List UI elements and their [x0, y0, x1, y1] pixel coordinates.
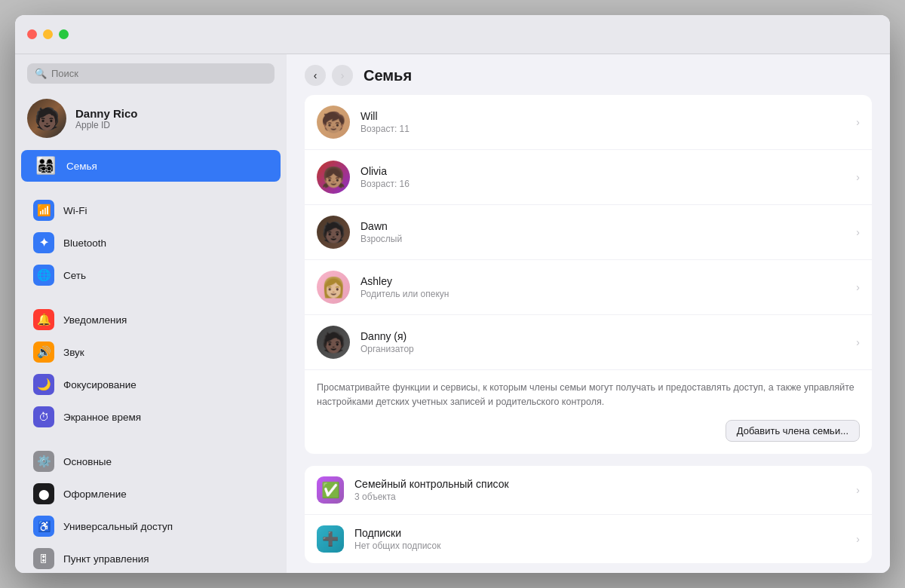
controlcenter-icon-wrap: 🎛: [33, 548, 54, 569]
add-family-member-button[interactable]: Добавить члена семьи...: [726, 420, 860, 442]
appearance-icon-wrap: ⬤: [33, 483, 54, 504]
member-danny[interactable]: 🧑🏿 Danny (я) Организатор ›: [305, 315, 872, 370]
appearance-icon: ⬤: [38, 488, 50, 500]
main-header: ‹ › Семья: [287, 54, 890, 95]
back-button[interactable]: ‹: [305, 65, 326, 86]
sidebar-item-label: Сеть: [63, 270, 86, 281]
chevron-icon: ›: [856, 533, 860, 545]
member-avatar-ashley: 👩🏼: [317, 271, 350, 304]
sidebar-item-general[interactable]: ⚙️ Основные: [21, 446, 281, 477]
network-icon-wrap: 🌐: [33, 265, 54, 286]
search-icon: 🔍: [35, 68, 47, 79]
member-avatar-will: 🧒🏽: [317, 106, 350, 139]
family-description: Просматривайте функции и сервисы, к кото…: [305, 370, 872, 420]
subscriptions-icon-wrap: ➕: [317, 525, 344, 553]
sidebar-item-label: Звук: [63, 347, 84, 358]
close-button[interactable]: [27, 29, 37, 39]
service-subscriptions[interactable]: ➕ Подписки Нет общих подписок ›: [305, 515, 872, 563]
search-bar[interactable]: 🔍: [27, 63, 275, 84]
bluetooth-icon: ✦: [39, 236, 49, 250]
member-avatar-danny: 🧑🏿: [317, 326, 350, 359]
member-info-dawn: Dawn Взрослый: [360, 220, 845, 244]
service-info-checklist: Семейный контрольный список 3 объекта: [354, 478, 845, 502]
chevron-icon: ›: [856, 484, 860, 496]
network-icon: 🌐: [37, 268, 51, 282]
service-info-subscriptions: Подписки Нет общих подписок: [354, 527, 845, 551]
minimize-button[interactable]: [43, 29, 53, 39]
chevron-icon: ›: [856, 226, 860, 238]
family-members-card: 🧒🏽 Will Возраст: 11 › 👧🏽: [305, 95, 872, 454]
member-dawn[interactable]: 🧑🏿 Dawn Взрослый ›: [305, 205, 872, 260]
user-subtitle: Apple ID: [75, 120, 138, 130]
wifi-icon-wrap: 📶: [33, 200, 54, 221]
notifications-icon-wrap: 🔔: [33, 309, 54, 330]
sidebar-item-label: Оформление: [63, 488, 127, 500]
checklist-icon: ✅: [321, 481, 340, 499]
member-role: Организатор: [360, 344, 845, 354]
member-role: Возраст: 16: [360, 179, 845, 189]
member-name: Will: [360, 110, 845, 122]
service-name: Подписки: [354, 527, 845, 539]
screentime-icon-wrap: ⏱: [33, 406, 54, 427]
sidebar-item-notifications[interactable]: 🔔 Уведомления: [21, 304, 281, 335]
bluetooth-icon-wrap: ✦: [33, 232, 54, 253]
controlcenter-icon: 🎛: [38, 553, 49, 565]
accessibility-icon-wrap: ♿: [33, 516, 54, 537]
sidebar-item-label: Фокусирование: [63, 379, 137, 390]
member-olivia[interactable]: 👧🏽 Olivia Возраст: 16 ›: [305, 150, 872, 205]
sidebar-item-family[interactable]: 👨‍👩‍👧‍👦 Семья: [21, 150, 281, 182]
service-checklist[interactable]: ✅ Семейный контрольный список 3 объекта …: [305, 466, 872, 515]
main-window: 🔍 🧑🏿 Danny Rico Apple ID 👨‍👩‍👧‍👦 Семья: [15, 15, 890, 573]
sidebar-item-label: Универсальный доступ: [63, 521, 173, 532]
service-sub: 3 объекта: [354, 492, 845, 502]
maximize-button[interactable]: [59, 29, 69, 39]
member-ashley[interactable]: 👩🏼 Ashley Родитель или опекун ›: [305, 260, 872, 315]
sidebar-item-label: Bluetooth: [63, 237, 106, 249]
sidebar-item-screentime[interactable]: ⏱ Экранное время: [21, 401, 281, 433]
sound-icon: 🔊: [37, 345, 51, 359]
service-sub: Нет общих подписок: [354, 541, 845, 551]
accessibility-icon: ♿: [38, 520, 51, 532]
sidebar-item-appearance[interactable]: ⬤ Оформление: [21, 478, 281, 510]
search-input[interactable]: [51, 68, 267, 79]
sidebar-item-label: Уведомления: [63, 314, 127, 326]
member-info-olivia: Olivia Возраст: 16: [360, 165, 845, 189]
general-icon-wrap: ⚙️: [33, 451, 54, 472]
member-role: Взрослый: [360, 234, 845, 244]
member-avatar-olivia: 👧🏽: [317, 161, 350, 194]
page-title: Семья: [364, 67, 412, 84]
member-name: Dawn: [360, 220, 845, 232]
checklist-icon-wrap: ✅: [317, 476, 344, 504]
main-content: 🧒🏽 Will Возраст: 11 › 👧🏽: [287, 95, 890, 573]
sidebar-item-bluetooth[interactable]: ✦ Bluetooth: [21, 227, 281, 259]
user-name: Danny Rico: [75, 107, 138, 120]
user-profile[interactable]: 🧑🏿 Danny Rico Apple ID: [15, 91, 287, 150]
sidebar-item-network[interactable]: 🌐 Сеть: [21, 259, 281, 291]
sidebar-item-accessibility[interactable]: ♿ Универсальный доступ: [21, 510, 281, 542]
sidebar-item-controlcenter[interactable]: 🎛 Пункт управления: [21, 543, 281, 573]
chevron-icon: ›: [856, 171, 860, 183]
subscriptions-icon: ➕: [322, 531, 339, 547]
sidebar-item-label: Семья: [66, 161, 97, 172]
sidebar-item-wifi[interactable]: 📶 Wi-Fi: [21, 194, 281, 226]
sidebar-item-label: Экранное время: [63, 412, 141, 423]
focus-icon-wrap: 🌙: [33, 374, 54, 395]
sidebar-item-sound[interactable]: 🔊 Звук: [21, 336, 281, 368]
content-area: 🔍 🧑🏿 Danny Rico Apple ID 👨‍👩‍👧‍👦 Семья: [15, 54, 890, 573]
services-card: ✅ Семейный контрольный список 3 объекта …: [305, 466, 872, 563]
traffic-lights: [27, 29, 69, 39]
screentime-icon: ⏱: [38, 411, 49, 423]
member-role: Возраст: 11: [360, 124, 845, 134]
member-will[interactable]: 🧒🏽 Will Возраст: 11 ›: [305, 95, 872, 150]
member-name: Ashley: [360, 275, 845, 287]
sidebar-item-label: Основные: [63, 456, 112, 467]
member-name: Danny (я): [360, 330, 845, 342]
notifications-icon: 🔔: [37, 313, 51, 326]
service-name: Семейный контрольный список: [354, 478, 845, 490]
sidebar-item-label: Wi-Fi: [63, 205, 87, 216]
forward-button[interactable]: ›: [332, 65, 353, 86]
general-icon: ⚙️: [37, 455, 51, 468]
chevron-icon: ›: [856, 281, 860, 293]
add-button-wrap: Добавить члена семьи...: [305, 420, 872, 454]
sidebar-item-focus[interactable]: 🌙 Фокусирование: [21, 369, 281, 400]
